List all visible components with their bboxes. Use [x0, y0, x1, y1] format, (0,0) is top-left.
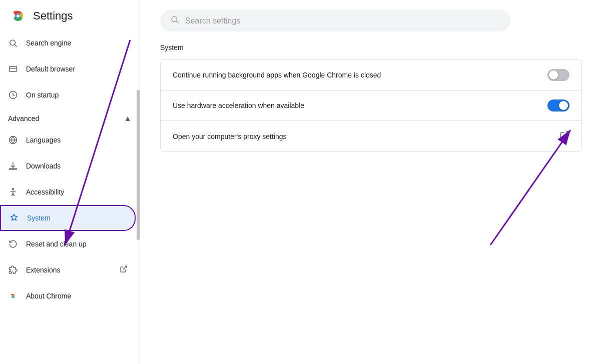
system-icon: [9, 213, 19, 223]
hardware-acceleration-toggle[interactable]: [547, 100, 569, 112]
sidebar-item-about-chrome[interactable]: About Chrome: [0, 283, 136, 309]
proxy-settings-row[interactable]: Open your computer's proxy settings: [161, 121, 581, 152]
sidebar-item-label: Downloads: [26, 162, 128, 170]
default-browser-icon: [8, 64, 18, 74]
chrome-logo-icon: [10, 8, 26, 24]
search-icon: [170, 15, 179, 26]
accessibility-icon: [8, 187, 18, 197]
section-title: System: [160, 40, 582, 52]
extensions-icon: [8, 265, 18, 275]
background-apps-row: Continue running background apps when Go…: [161, 60, 581, 90]
sidebar-item-label: Extensions: [26, 266, 112, 274]
downloads-icon: [8, 161, 18, 171]
sidebar-item-label: Reset and clean up: [26, 240, 128, 248]
chevron-up-icon: ▲: [124, 114, 132, 123]
advanced-section-header[interactable]: Advanced ▲: [0, 110, 140, 127]
sidebar: Settings Search engine Default browser O…: [0, 0, 140, 364]
sidebar-item-accessibility[interactable]: Accessibility: [0, 179, 136, 205]
sidebar-item-on-startup[interactable]: On startup: [0, 82, 136, 108]
svg-point-3: [10, 40, 16, 46]
sidebar-item-label: Search engine: [26, 39, 128, 47]
external-link-icon: [120, 265, 128, 275]
advanced-label: Advanced: [8, 114, 120, 122]
sidebar-item-system[interactable]: System: [0, 205, 136, 231]
page-content: System Continue running background apps …: [140, 40, 602, 364]
search-bar: [160, 10, 510, 32]
sidebar-item-extensions[interactable]: Extensions: [0, 257, 136, 283]
about-chrome-icon: [8, 291, 18, 301]
svg-line-18: [563, 132, 568, 136]
settings-card: Continue running background apps when Go…: [160, 60, 582, 152]
search-bar-container: [140, 0, 602, 40]
background-apps-label: Continue running background apps when Go…: [173, 71, 547, 79]
sidebar-navigation: Search engine Default browser On startup…: [0, 30, 140, 364]
sidebar-item-label: On startup: [26, 91, 128, 99]
sidebar-item-label: Accessibility: [26, 188, 128, 196]
svg-point-2: [17, 14, 20, 18]
svg-line-4: [15, 44, 17, 46]
svg-line-17: [176, 21, 178, 23]
svg-point-10: [13, 188, 14, 190]
proxy-external-link-icon: [559, 130, 569, 142]
background-apps-toggle[interactable]: [547, 69, 569, 81]
sidebar-item-downloads[interactable]: Downloads: [0, 153, 136, 179]
sidebar-item-label: Default browser: [26, 65, 128, 73]
hardware-acceleration-row: Use hardware acceleration when available: [161, 90, 581, 121]
main-content: System Continue running background apps …: [140, 0, 602, 364]
svg-rect-5: [10, 66, 17, 72]
languages-icon: [8, 135, 18, 145]
proxy-settings-label: Open your computer's proxy settings: [173, 132, 559, 140]
sidebar-header: Settings: [0, 0, 140, 30]
sidebar-item-label: About Chrome: [26, 292, 128, 300]
svg-point-15: [13, 296, 14, 296]
hardware-acceleration-label: Use hardware acceleration when available: [173, 102, 547, 110]
reset-icon: [8, 239, 18, 249]
sidebar-title: Settings: [33, 10, 73, 22]
sidebar-item-label: Languages: [26, 136, 128, 144]
sidebar-item-default-browser[interactable]: Default browser: [0, 56, 136, 82]
svg-line-11: [123, 266, 127, 270]
search-input[interactable]: [185, 16, 500, 26]
sidebar-item-reset-clean-up[interactable]: Reset and clean up: [0, 231, 136, 257]
svg-point-16: [172, 16, 177, 22]
sidebar-item-search-engine[interactable]: Search engine: [0, 30, 136, 56]
search-engine-icon: [8, 38, 18, 48]
sidebar-item-languages[interactable]: Languages: [0, 127, 136, 153]
sidebar-scrollbar[interactable]: [137, 90, 140, 240]
on-startup-icon: [8, 90, 18, 100]
sidebar-item-label: System: [27, 214, 127, 222]
